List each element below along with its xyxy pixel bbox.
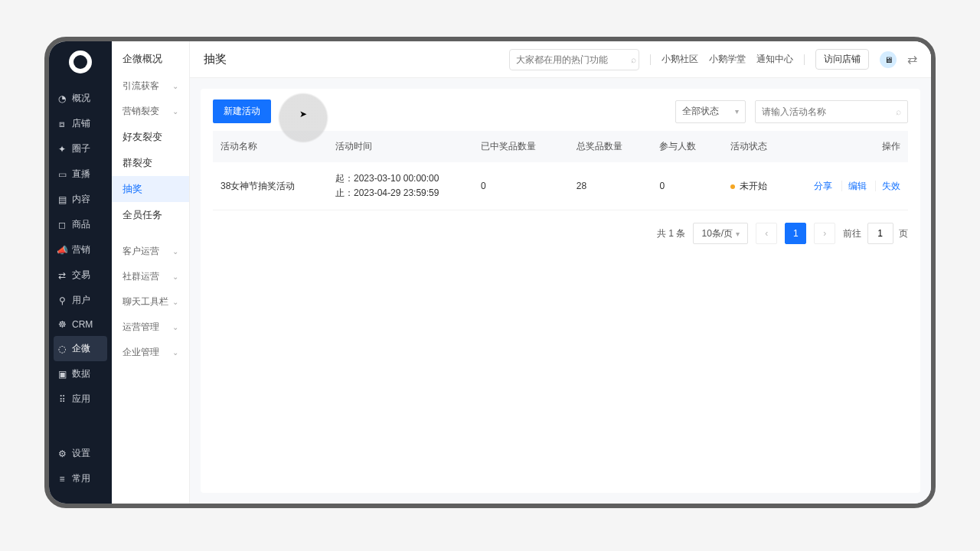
pager-page-1[interactable]: 1: [785, 223, 806, 244]
nav1-item-店铺[interactable]: ⧈店铺: [49, 111, 112, 136]
visit-store-button[interactable]: 访问店铺: [815, 49, 869, 70]
theme-icon[interactable]: 🖥: [880, 51, 897, 68]
nav-icon: ▤: [57, 194, 67, 205]
pager-total: 共 1 条: [657, 227, 685, 240]
nav2-group[interactable]: 客户运营⌄: [112, 239, 189, 264]
chevron-down-icon: ⌄: [172, 272, 178, 281]
nav-icon: ◻: [57, 220, 67, 230]
col-total: 总奖品数量: [569, 131, 652, 162]
page-title: 抽奖: [204, 52, 227, 67]
nav-icon: ▭: [57, 169, 67, 180]
global-search-input[interactable]: [516, 54, 631, 65]
nav1-item-内容[interactable]: ▤内容: [49, 187, 112, 212]
primary-sidebar: ◔概况⧈店铺✦圈子▭直播▤内容◻商品📣营销⇄交易⚲用户☸CRM◌企微▣数据⠿应用…: [49, 41, 112, 504]
activity-name-input[interactable]: [762, 106, 896, 117]
activity-panel: 新建活动 ➤ 全部状态 ▾ ⌕ 活动名称: [201, 89, 920, 493]
action-invalidate[interactable]: 失效: [875, 181, 900, 191]
col-actions: 操作: [793, 131, 908, 162]
col-time: 活动时间: [328, 131, 473, 162]
page-size-select[interactable]: 10条/页▾: [693, 223, 748, 244]
activity-table: 活动名称 活动时间 已中奖品数量 总奖品数量 参与人数 活动状态 操作 38女神…: [213, 131, 908, 210]
pager-jump-input[interactable]: [867, 223, 893, 244]
pager-next-button[interactable]: ›: [814, 223, 835, 244]
logo: [69, 51, 92, 73]
nav-icon: ▣: [57, 369, 67, 380]
cell-participants: 0: [652, 162, 722, 210]
nav-icon: 📣: [57, 245, 67, 256]
cell-time: 起：2023-03-10 00:00:00 止：2023-04-29 23:59…: [328, 162, 473, 210]
status-filter-select[interactable]: 全部状态 ▾: [675, 100, 746, 123]
secondary-sidebar: 企微概况 引流获客⌄营销裂变⌄ 好友裂变群裂变抽奖全员任务 客户运营⌄社群运营⌄…: [112, 41, 190, 504]
pager-prev-button[interactable]: ‹: [756, 223, 777, 244]
nav2-group[interactable]: 引流获客⌄: [112, 73, 189, 99]
nav-icon: ⚙: [57, 448, 67, 459]
global-search[interactable]: ⌕: [509, 49, 639, 70]
nav1-item-常用[interactable]: ≡常用: [49, 466, 112, 491]
cell-actions: 分享 编辑 失效: [793, 162, 908, 210]
topbar: 抽奖 ⌕ 小鹅社区 小鹅学堂 通知中心 访问店铺 🖥 ⇄: [190, 41, 931, 78]
nav-icon: ⚲: [57, 295, 67, 306]
nav-icon: ≡: [57, 474, 67, 484]
col-name: 活动名称: [213, 131, 328, 162]
nav2-group[interactable]: 企业管理⌄: [112, 340, 189, 365]
nav2-group[interactable]: 运营管理⌄: [112, 315, 189, 340]
search-icon: ⌕: [896, 106, 901, 117]
new-activity-button[interactable]: 新建活动: [213, 99, 271, 123]
nav1-item-概况[interactable]: ◔概况: [49, 86, 112, 111]
chevron-down-icon: ⌄: [172, 82, 178, 90]
col-status: 活动状态: [723, 131, 793, 162]
activity-name-filter[interactable]: ⌕: [755, 100, 908, 123]
nav1-item-营销[interactable]: 📣营销: [49, 237, 112, 262]
nav2-item-群裂变[interactable]: 群裂变: [112, 150, 189, 176]
nav1-item-圈子[interactable]: ✦圈子: [49, 136, 112, 161]
action-edit[interactable]: 编辑: [841, 181, 867, 191]
chevron-down-icon: ⌄: [172, 348, 178, 357]
nav-icon: ◔: [57, 93, 67, 104]
chevron-down-icon: ▾: [736, 230, 740, 238]
nav2-item-全员任务[interactable]: 全员任务: [112, 202, 189, 228]
chevron-down-icon: ▾: [735, 107, 739, 116]
nav1-item-CRM[interactable]: ☸CRM: [49, 313, 112, 336]
cell-total: 28: [569, 162, 652, 210]
nav1-item-应用[interactable]: ⠿应用: [49, 386, 112, 412]
cell-won: 0: [473, 162, 569, 210]
cursor-icon: ➤: [299, 109, 307, 119]
table-row: 38女神节抽奖活动 起：2023-03-10 00:00:00 止：2023-0…: [213, 162, 908, 210]
nav-icon: ⠿: [57, 394, 67, 405]
swap-icon[interactable]: ⇄: [907, 52, 917, 67]
nav2-item-抽奖[interactable]: 抽奖: [112, 176, 189, 202]
chevron-down-icon: ⌄: [172, 107, 178, 116]
chevron-down-icon: ⌄: [172, 247, 178, 256]
nav1-item-企微[interactable]: ◌企微: [54, 336, 107, 361]
nav1-item-用户[interactable]: ⚲用户: [49, 288, 112, 313]
chevron-down-icon: ⌄: [172, 323, 178, 331]
top-link-academy[interactable]: 小鹅学堂: [709, 53, 746, 66]
nav-icon: ◌: [57, 344, 67, 354]
pager-jump: 前往 页: [843, 223, 908, 244]
nav2-group[interactable]: 社群运营⌄: [112, 264, 189, 289]
col-participants: 参与人数: [652, 131, 722, 162]
pagination: 共 1 条 10条/页▾ ‹ 1 › 前往 页: [213, 223, 908, 244]
top-link-community[interactable]: 小鹅社区: [662, 53, 698, 66]
nav2-item-好友裂变[interactable]: 好友裂变: [112, 124, 189, 150]
nav-icon: ✦: [57, 144, 67, 155]
action-share[interactable]: 分享: [814, 181, 832, 191]
nav1-item-设置[interactable]: ⚙设置: [49, 441, 112, 466]
nav1-item-数据[interactable]: ▣数据: [49, 361, 112, 386]
cell-status: 未开始: [723, 162, 793, 210]
cell-name: 38女神节抽奖活动: [213, 162, 328, 210]
nav-icon: ☸: [57, 319, 67, 330]
sidebar-section-title: 企微概况: [112, 52, 189, 73]
nav1-item-直播[interactable]: ▭直播: [49, 161, 112, 187]
nav2-group[interactable]: 聊天工具栏⌄: [112, 289, 189, 315]
search-icon: ⌕: [631, 54, 636, 65]
chevron-down-icon: ⌄: [172, 298, 178, 306]
nav1-item-商品[interactable]: ◻商品: [49, 212, 112, 237]
nav-icon: ⇄: [57, 270, 67, 281]
nav1-item-交易[interactable]: ⇄交易: [49, 262, 112, 288]
nav-icon: ⧈: [57, 119, 67, 129]
top-link-notice[interactable]: 通知中心: [756, 53, 793, 66]
nav2-group[interactable]: 营销裂变⌄: [112, 99, 189, 124]
col-won: 已中奖品数量: [473, 131, 569, 162]
